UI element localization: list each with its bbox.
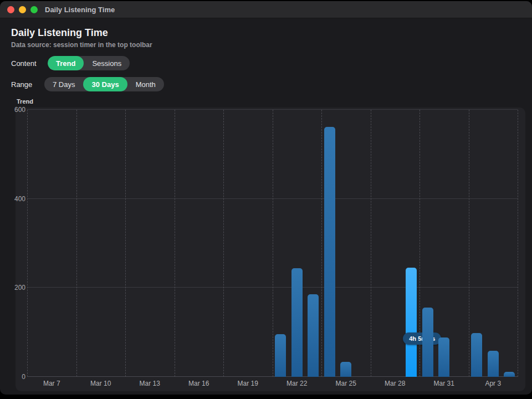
bar-apr-4[interactable] [504,372,515,377]
title-bar[interactable]: Daily Listening Time [0,1,532,18]
segment-30-days[interactable]: 30 Days [83,77,127,91]
x-tick-label: Mar 10 [90,380,111,387]
x-gridline [371,110,371,377]
x-tick-label: Mar 16 [188,380,209,387]
segment-7-days[interactable]: 7 Days [44,77,83,91]
x-gridline [175,110,175,377]
x-gridline [76,110,77,377]
x-gridline [321,110,322,377]
range-segmented-control: 7 Days 30 Days Month [44,77,164,91]
y-tick-label: 200 [4,284,25,291]
x-tick-label: Mar 19 [238,380,258,387]
y-tick-label: 0 [4,373,25,381]
content-segmented-control: Trend Sessions [48,56,130,70]
traffic-lights [7,6,38,13]
page-title: Daily Listening Time [11,27,108,39]
bar-mar-25[interactable] [340,362,351,377]
bar-selected-mar-29[interactable] [406,268,417,377]
bar-apr-2[interactable] [471,333,482,377]
zoom-button[interactable] [30,6,38,13]
x-gridline [273,110,273,377]
bar-mar-24[interactable] [324,127,335,377]
x-tick-label: Mar 25 [336,380,356,387]
page-subtitle: Data source: session timer in the top to… [11,41,152,49]
x-tick-label: Mar 28 [385,380,405,387]
x-tick-label: Mar 7 [43,380,60,387]
close-button[interactable] [7,6,14,13]
bar-mar-21[interactable] [275,334,286,377]
x-gridline [223,110,224,377]
x-tick-label: Apr 3 [485,380,501,387]
segment-trend[interactable]: Trend [48,56,84,70]
minimize-button[interactable] [19,6,26,13]
app-window: Daily Listening Time Daily Listening Tim… [0,1,532,395]
window-title: Daily Listening Time [45,6,115,14]
segment-month[interactable]: Month [127,77,164,91]
bar-apr-3[interactable] [488,351,499,377]
range-control-row: Range 7 Days 30 Days Month [11,77,164,91]
bar-mar-31[interactable] [438,337,449,377]
plot-area: 4h 5m 6s [27,110,518,377]
bar-mar-23[interactable] [308,294,319,377]
y-tick-label: 400 [4,195,25,203]
segment-sessions[interactable]: Sessions [84,56,130,70]
x-gridline [518,110,518,377]
content-label: Content [11,59,40,68]
y-tick-label: 600 [4,106,25,114]
x-gridline [125,110,126,377]
content-control-row: Content Trend Sessions [11,56,130,70]
range-label: Range [11,80,37,89]
x-gridline [27,110,28,377]
x-gridline [469,110,469,377]
x-tick-label: Mar 22 [287,380,307,387]
bar-mar-30[interactable] [422,308,433,377]
bar-mar-22[interactable] [291,268,303,377]
chart-title: Trend [17,98,33,105]
x-tick-label: Mar 13 [140,380,160,387]
x-tick-label: Mar 31 [434,380,454,387]
